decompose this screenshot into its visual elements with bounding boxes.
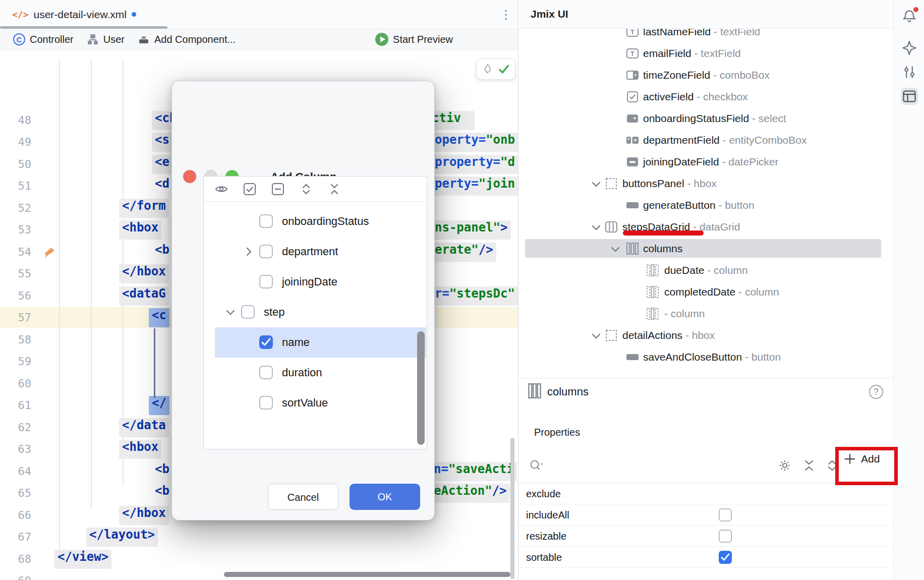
component-tree: TlastNameField - textFieldTemailField - … bbox=[519, 29, 894, 378]
collapse-all-icon[interactable] bbox=[802, 459, 816, 472]
start-preview-button[interactable]: Start Preview bbox=[375, 33, 453, 46]
attribute-row-duration[interactable]: duration bbox=[204, 358, 427, 388]
sliders-icon[interactable] bbox=[901, 64, 918, 81]
tree-item-buttonsPanel[interactable]: buttonsPanel - hbox bbox=[525, 174, 881, 193]
tree-item-unnamed-column[interactable]: - column bbox=[525, 304, 881, 323]
tree-item-dueDate[interactable]: dueDate - column bbox=[525, 261, 881, 279]
collapse-all-icon[interactable] bbox=[328, 183, 341, 196]
tree-item-columns[interactable]: columns bbox=[525, 239, 881, 258]
property-checkbox-sortable[interactable] bbox=[719, 551, 732, 564]
tree-item-saveAndCloseButton[interactable]: saveAndCloseButton - button bbox=[525, 347, 881, 366]
attribute-row-department[interactable]: department bbox=[204, 237, 427, 267]
attribute-row-name[interactable]: name bbox=[215, 327, 426, 358]
tree-item-completedDate[interactable]: completedDate - column bbox=[525, 282, 881, 301]
checkbox-checked-icon[interactable] bbox=[243, 183, 256, 196]
user-entity-button[interactable]: User bbox=[87, 33, 125, 45]
editor-horizontal-scrollbar[interactable] bbox=[224, 572, 510, 577]
property-row-exclude[interactable]: exclude bbox=[519, 483, 888, 504]
tab-properties[interactable]: Properties bbox=[534, 427, 580, 438]
attribute-checkbox-department[interactable] bbox=[259, 245, 273, 258]
code-fragment: </form bbox=[119, 199, 169, 218]
line-number: 52 bbox=[6, 199, 31, 217]
chevron-down-icon[interactable] bbox=[590, 329, 601, 340]
tab-user-detail-view[interactable]: </> user-detail-view.xml bbox=[7, 0, 141, 29]
tree-item-lastNameField[interactable]: TlastNameField - textField bbox=[525, 29, 881, 41]
datagrid-icon bbox=[605, 220, 618, 234]
button-icon bbox=[626, 351, 639, 364]
tree-item-departmentField[interactable]: departmentField - entityComboBox bbox=[525, 131, 881, 149]
code-fragment: erate"/> bbox=[432, 243, 496, 262]
attribute-checkbox-joiningDate[interactable] bbox=[259, 275, 273, 288]
code-fragment: <b bbox=[152, 462, 172, 481]
property-checkbox-resizable[interactable] bbox=[719, 530, 732, 543]
code-fragment: </hbox bbox=[119, 506, 169, 525]
chevron-down-icon[interactable] bbox=[590, 221, 601, 232]
controller-button[interactable]: C Controller bbox=[13, 33, 74, 45]
property-label: sortable bbox=[526, 547, 562, 568]
attribute-row-sortValue[interactable]: sortValue bbox=[204, 388, 427, 418]
property-checkbox-includeAll[interactable] bbox=[719, 508, 732, 521]
line-number: 50 bbox=[6, 155, 31, 173]
property-row-includeAll[interactable]: includeAll bbox=[519, 504, 888, 526]
attribute-row-step[interactable]: step bbox=[204, 297, 427, 327]
editor-vertical-scrollbar[interactable] bbox=[510, 438, 514, 579]
attributes-scrollbar[interactable] bbox=[417, 331, 425, 445]
eye-icon[interactable] bbox=[215, 183, 228, 196]
ai-assistant-icon[interactable] bbox=[901, 39, 918, 56]
tree-item-onboardingStatusField[interactable]: onboardingStatusField - select bbox=[525, 109, 881, 128]
add-component-button[interactable]: Add Component... bbox=[138, 33, 236, 45]
attribute-label: department bbox=[282, 237, 338, 267]
chevron-down-icon[interactable] bbox=[590, 178, 601, 189]
ok-button[interactable]: OK bbox=[350, 484, 420, 510]
textfield-icon: T bbox=[626, 47, 639, 60]
tree-item-label: joiningDateField - datePicker bbox=[643, 152, 778, 171]
line-number: 53 bbox=[6, 220, 31, 239]
attribute-row-onboardingStatus[interactable]: onboardingStatus bbox=[204, 206, 427, 237]
jmix-ui-panel-icon[interactable] bbox=[901, 88, 918, 105]
property-row-sortable[interactable]: sortable bbox=[519, 547, 888, 568]
search-icon[interactable] bbox=[529, 459, 544, 473]
tree-item-joiningDateField[interactable]: joiningDateField - datePicker bbox=[525, 152, 881, 171]
checkbox-indeterminate-icon[interactable] bbox=[271, 183, 284, 196]
tree-item-generateButton[interactable]: generateButton - button bbox=[525, 196, 881, 214]
attribute-checkbox-duration[interactable] bbox=[259, 366, 273, 379]
user-label: User bbox=[103, 34, 125, 45]
textfield-icon: T bbox=[626, 29, 639, 38]
tree-item-timeZoneField[interactable]: timeZoneField - comboBox bbox=[525, 66, 881, 84]
chevron-down-icon[interactable] bbox=[224, 306, 237, 319]
panel-header: Jmix UI bbox=[519, 0, 894, 29]
attribute-checkbox-onboardingStatus[interactable] bbox=[259, 214, 273, 228]
kebab-menu-icon[interactable]: ⋮ bbox=[498, 6, 513, 23]
attributes-box: onboardingStatusdepartmentjoiningDateste… bbox=[203, 176, 427, 449]
code-fragment: <d bbox=[152, 177, 172, 196]
attribute-checkbox-step[interactable] bbox=[241, 305, 255, 319]
columns-icon bbox=[528, 383, 541, 396]
chevron-down-icon[interactable] bbox=[609, 243, 620, 254]
tree-item-emailField[interactable]: TemailField - textField bbox=[525, 44, 881, 63]
help-icon[interactable]: ? bbox=[869, 385, 883, 399]
tree-item-activeField[interactable]: activeField - checkbox bbox=[525, 87, 881, 106]
attribute-label: joiningDate bbox=[282, 267, 337, 297]
expand-all-icon[interactable] bbox=[300, 183, 313, 196]
code-fragment: <dataG bbox=[119, 286, 169, 306]
code-fragment: <c bbox=[149, 308, 169, 327]
ide-window: </> user-detail-view.xml ⋮ C Controller … bbox=[0, 0, 924, 580]
line-number: 59 bbox=[6, 352, 31, 371]
jmix-ui-panel: Jmix UI TlastNameField - textFieldTemail… bbox=[519, 0, 894, 580]
red-underline-annotation bbox=[623, 230, 704, 236]
datepicker-icon bbox=[626, 155, 639, 168]
gear-icon[interactable] bbox=[778, 459, 791, 472]
cancel-button[interactable]: Cancel bbox=[268, 484, 338, 510]
code-fragment: </layout> bbox=[86, 528, 158, 547]
attribute-row-joiningDate[interactable]: joiningDate bbox=[204, 267, 427, 297]
inspection-widget[interactable] bbox=[476, 59, 515, 80]
attribute-checkbox-sortValue[interactable] bbox=[259, 396, 273, 410]
attribute-checkbox-name[interactable] bbox=[259, 335, 273, 349]
tree-item-detailActions[interactable]: detailActions - hbox bbox=[525, 326, 881, 344]
line-number: 61 bbox=[6, 396, 31, 415]
editor-tab-bar: </> user-detail-view.xml ⋮ bbox=[0, 0, 518, 29]
property-row-resizable[interactable]: resizable bbox=[519, 526, 888, 547]
tree-item-label: completedDate - column bbox=[664, 282, 779, 301]
chevron-right-icon[interactable] bbox=[242, 245, 255, 258]
notifications-bell-icon[interactable] bbox=[901, 8, 918, 25]
